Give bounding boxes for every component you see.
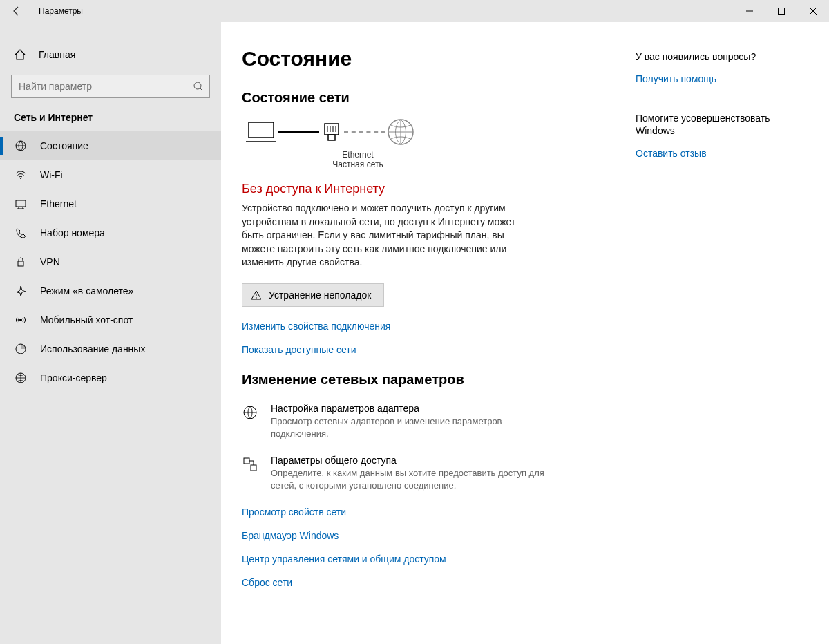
option-title: Параметры общего доступа <box>271 455 561 466</box>
status-body: Устройство подключено и может получить д… <box>242 202 518 269</box>
nav-label: Прокси-сервер <box>40 372 107 383</box>
nav-dialup[interactable]: Набор номера <box>0 218 221 247</box>
globe-icon <box>385 117 416 147</box>
svg-point-5 <box>20 178 21 179</box>
svg-rect-10 <box>18 261 23 266</box>
sidebar-section-title: Сеть и Интернет <box>0 112 221 131</box>
search-icon <box>193 81 204 92</box>
nav-hotspot[interactable]: Мобильный хот-спот <box>0 305 221 334</box>
nav-status[interactable]: Состояние <box>0 131 221 160</box>
adapter-options-row[interactable]: Настройка параметров адаптера Просмотр с… <box>242 403 629 439</box>
hotspot-icon <box>14 314 28 326</box>
search-input[interactable] <box>19 81 193 92</box>
troubleshoot-button[interactable]: Устранение неполадок <box>242 283 384 307</box>
status-icon <box>14 140 28 152</box>
home-label: Главная <box>39 49 75 60</box>
proxy-icon <box>14 372 28 384</box>
wifi-icon <box>14 169 28 181</box>
svg-rect-17 <box>328 135 335 140</box>
nav-datausage[interactable]: Использование данных <box>0 334 221 363</box>
svg-rect-6 <box>16 200 26 207</box>
home-nav[interactable]: Главная <box>0 40 221 69</box>
nav-label: Набор номера <box>40 227 105 238</box>
status-heading: Без доступа к Интернету <box>242 182 629 196</box>
svg-line-3 <box>200 88 203 91</box>
sharing-options-row[interactable]: Параметры общего доступа Определите, к к… <box>242 455 629 491</box>
computer-icon <box>245 118 278 146</box>
nav-label: Мобильный хот-спот <box>40 314 133 325</box>
svg-rect-1 <box>779 8 785 15</box>
svg-point-24 <box>256 297 257 299</box>
network-diagram <box>242 117 629 147</box>
sidebar: Главная Сеть и Интернет Состояние <box>0 22 221 644</box>
router-icon <box>319 118 344 146</box>
sharing-center-link[interactable]: Центр управления сетями и общим доступом <box>242 553 629 565</box>
nav-label: Wi-Fi <box>40 169 63 180</box>
vpn-icon <box>14 256 28 268</box>
dialup-icon <box>14 227 28 239</box>
svg-point-11 <box>19 319 22 321</box>
questions-heading: У вас появились вопросы? <box>636 51 808 62</box>
warning-icon <box>251 290 262 301</box>
home-icon <box>14 48 26 61</box>
option-desc: Просмотр сетевых адаптеров и изменение п… <box>271 415 561 439</box>
page-title: Состояние <box>242 47 629 70</box>
adapter-label: Ethernet <box>323 150 392 160</box>
nav-ethernet[interactable]: Ethernet <box>0 189 221 218</box>
change-settings-heading: Изменение сетевых параметров <box>242 372 629 388</box>
get-help-link[interactable]: Получить помощь <box>636 73 808 84</box>
back-button[interactable] <box>0 0 33 22</box>
nav-proxy[interactable]: Прокси-сервер <box>0 363 221 392</box>
sharing-options-icon <box>242 455 258 491</box>
feedback-link[interactable]: Оставить отзыв <box>636 148 808 159</box>
change-connection-props-link[interactable]: Изменить свойства подключения <box>242 321 629 332</box>
firewall-link[interactable]: Брандмауэр Windows <box>242 530 629 541</box>
maximize-button[interactable] <box>765 0 797 22</box>
network-kind-label: Частная сеть <box>323 160 392 169</box>
option-desc: Определите, к каким данным вы хотите пре… <box>271 467 561 491</box>
nav-label: VPN <box>40 256 60 267</box>
nav-vpn[interactable]: VPN <box>0 247 221 276</box>
svg-rect-26 <box>244 458 249 464</box>
show-available-networks-link[interactable]: Показать доступные сети <box>242 344 629 355</box>
connection-line-solid <box>278 131 319 133</box>
svg-point-2 <box>194 82 201 89</box>
improve-heading: Помогите усовершенствовать Windows <box>636 112 808 137</box>
search-box[interactable] <box>11 75 210 98</box>
network-reset-link[interactable]: Сброс сети <box>242 577 629 588</box>
view-network-props-link[interactable]: Просмотр свойств сети <box>242 506 629 518</box>
minimize-button[interactable] <box>734 0 765 22</box>
nav-label: Состояние <box>40 140 88 151</box>
svg-rect-27 <box>251 465 256 471</box>
titlebar: Параметры <box>0 0 829 22</box>
nav-label: Использование данных <box>40 343 145 354</box>
diagram-labels: Ethernet Частная сеть <box>242 150 629 169</box>
ethernet-icon <box>14 198 28 210</box>
nav-label: Ethernet <box>40 198 77 209</box>
network-status-heading: Состояние сети <box>242 90 629 106</box>
option-title: Настройка параметров адаптера <box>271 403 561 414</box>
airplane-icon <box>14 285 28 297</box>
nav-label: Режим «в самолете» <box>40 285 133 296</box>
nav-airplane[interactable]: Режим «в самолете» <box>0 276 221 305</box>
close-button[interactable] <box>797 0 829 22</box>
troubleshoot-label: Устранение неполадок <box>269 290 371 301</box>
window-title: Параметры <box>33 6 83 16</box>
connection-line-dashed <box>344 131 385 133</box>
svg-rect-14 <box>249 122 274 138</box>
data-usage-icon <box>14 343 28 355</box>
svg-rect-16 <box>325 124 339 135</box>
adapter-options-icon <box>242 403 258 439</box>
nav-wifi[interactable]: Wi-Fi <box>0 160 221 189</box>
